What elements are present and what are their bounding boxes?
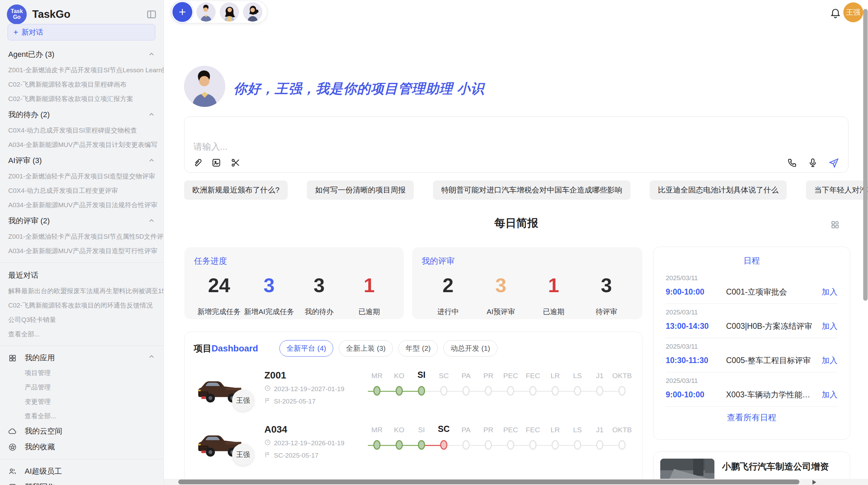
sidebar-section-header[interactable]: 我的评审 (2) (0, 212, 164, 229)
milestone-node[interactable] (440, 440, 447, 450)
sidebar-task-item[interactable]: C02-飞腾新能源轻客改款项目立项汇报方案 (0, 92, 164, 106)
sidebar-item-ai-super-staff[interactable]: AI超级员工 (0, 463, 164, 479)
milestone-label: J1 (596, 423, 603, 437)
chevron-up-icon[interactable] (148, 217, 155, 225)
dashboard-tab[interactable]: 动总开发 (1) (443, 340, 497, 357)
suggestion-chip[interactable]: 当下年轻人对汽车外观有怎样的喜好趋势 (806, 181, 868, 200)
project-row[interactable]: 王强A0342023-12-19~2026-01-19SC-2025-05-17… (185, 416, 642, 468)
new-session-button[interactable] (172, 2, 192, 22)
milestone-node[interactable] (596, 440, 603, 450)
milestone-node[interactable] (529, 440, 537, 450)
milestone-node[interactable] (418, 440, 425, 450)
app-sub-item[interactable]: 产品管理 (0, 380, 164, 395)
agent-avatar-3[interactable] (243, 2, 262, 22)
milestone-node[interactable] (552, 386, 559, 396)
milestone-node[interactable] (485, 440, 492, 450)
milestone-label: FEC (526, 423, 540, 437)
milestone-node[interactable] (418, 386, 425, 396)
send-icon[interactable] (828, 157, 839, 168)
scroll-right-indicator[interactable] (812, 480, 816, 485)
join-link[interactable]: 加入 (822, 287, 837, 297)
milestone-node[interactable] (529, 386, 537, 396)
chevron-up-icon[interactable] (148, 51, 155, 58)
agent-avatar-1[interactable] (196, 2, 216, 22)
suggestion-chips: 欧洲新规最近颁布了什么?如何写一份清晰的项目周报特朗普可能对进口汽车增税会对中国… (184, 181, 868, 200)
milestone-node[interactable] (552, 440, 559, 450)
milestone-node[interactable] (596, 386, 603, 396)
project-owner-avatar[interactable]: 王强 (232, 389, 254, 411)
sidebar-item-help-write[interactable]: 帮我写作 (0, 479, 164, 485)
milestone-node[interactable] (574, 440, 581, 450)
join-link[interactable]: 加入 (822, 389, 837, 400)
suggestion-chip[interactable]: 比亚迪全固态电池计划具体说了什么 (650, 181, 787, 200)
join-link[interactable]: 加入 (822, 321, 837, 332)
divider (0, 459, 164, 459)
recent-chat-item[interactable]: C02-飞腾新能源轻客改款项目的闭环通告反馈情况 (0, 298, 164, 313)
agent-avatar-2[interactable] (220, 2, 239, 22)
notifications-bell-icon[interactable] (830, 7, 841, 20)
sidebar-task-item[interactable]: Z001-全新燃油皮卡产品开发项目SI节点Lesson Learn报告 (0, 63, 164, 77)
milestone-node[interactable] (373, 440, 381, 450)
image-upload-icon[interactable] (211, 158, 221, 168)
suggestion-chip[interactable]: 特朗普可能对进口汽车增税会对中国车企造成哪些影响 (433, 181, 630, 200)
microphone-icon[interactable] (808, 158, 818, 168)
horizontal-scrollbar-thumb[interactable] (178, 480, 799, 484)
milestone-node[interactable] (396, 386, 403, 396)
milestone-node[interactable] (373, 386, 381, 396)
sidebar-collapse-icon[interactable] (146, 9, 157, 20)
recent-chats-header[interactable]: 最近对话 (0, 267, 164, 284)
milestone-node[interactable] (507, 386, 514, 396)
milestone-node[interactable] (618, 386, 626, 396)
sidebar-task-item[interactable]: Z001-全新燃油轻卡产品开发项目SI造型提交物评审 (0, 169, 164, 184)
user-avatar[interactable]: 王强 (843, 2, 863, 22)
chevron-up-icon[interactable] (148, 111, 155, 119)
view-all-schedule-link[interactable]: 查看所有日程 (666, 406, 837, 428)
sidebar-task-item[interactable]: C0X4-动力总成开发项目SI里程碑提交物检查 (0, 123, 164, 138)
milestone-node[interactable] (574, 386, 581, 396)
milestone-node[interactable] (618, 440, 626, 450)
milestone-node[interactable] (440, 386, 447, 396)
suggestion-chip[interactable]: 如何写一份清晰的项目周报 (307, 181, 414, 200)
project-owner-avatar[interactable]: 王强 (232, 444, 254, 465)
vertical-scrollbar[interactable] (863, 9, 868, 301)
chevron-up-icon[interactable] (148, 353, 155, 363)
sidebar-section-header[interactable]: AI评审 (3) (0, 152, 164, 169)
sidebar-item-favorites[interactable]: 我的收藏 (0, 439, 164, 455)
sidebar-task-item[interactable]: Z001-全新燃油轻卡产品开发项目SI节点属性5D文件评审 (0, 229, 164, 244)
sidebar-task-item[interactable]: C02-飞腾新能源轻客改款项目里程碑画布 (0, 77, 164, 92)
app-sub-item[interactable]: 项目管理 (0, 366, 164, 380)
app-logo: Task Go (7, 4, 27, 24)
sidebar-task-item[interactable]: A034-全新新能源MUV产品开发项目计划变更表编写 (0, 138, 164, 152)
scissors-icon[interactable] (230, 158, 241, 168)
project-date-range: 2023-12-19~2026-01-19 (274, 439, 344, 447)
milestone-node[interactable] (485, 386, 492, 396)
voice-call-icon[interactable] (787, 158, 797, 168)
recent-chat-item[interactable]: 查看全部... (0, 327, 164, 341)
sidebar-section-header[interactable]: Agent已办 (3) (0, 46, 164, 63)
app-sub-item[interactable]: 变更管理 (0, 395, 164, 409)
sidebar-task-item[interactable]: C0X4-动力总成开发项目工程变更评审 (0, 184, 164, 198)
suggestion-chip[interactable]: 欧洲新规最近颁布了什么? (184, 181, 288, 200)
sidebar-task-item[interactable]: A034-全新新能源MUV产品开发项目法规符合性评审 (0, 198, 164, 212)
sidebar-item-cloud-space[interactable]: 我的云空间 (0, 423, 164, 439)
dashboard-tab[interactable]: 全新平台 (4) (279, 340, 334, 357)
dashboard-tab[interactable]: 全新上装 (3) (339, 340, 393, 357)
attachment-icon[interactable] (192, 158, 202, 168)
recent-chat-item[interactable]: 公司Q3轻卡销量 (0, 313, 164, 327)
milestone-node[interactable] (462, 440, 470, 450)
join-link[interactable]: 加入 (822, 355, 837, 366)
project-row[interactable]: 王强Z0012023-12-19~2027-01-19SI-2025-05-17… (185, 362, 642, 413)
milestone-node[interactable] (396, 440, 403, 450)
new-chat-button[interactable]: + 新对话 (8, 24, 155, 40)
layout-grid-icon[interactable] (830, 220, 840, 231)
chevron-up-icon[interactable] (148, 157, 155, 164)
sidebar-item-my-apps[interactable]: 我的应用 (0, 350, 164, 366)
milestone-node[interactable] (507, 440, 514, 450)
sidebar-section-header[interactable]: 我的待办 (2) (0, 106, 164, 123)
milestone-node[interactable] (462, 386, 470, 396)
sidebar-task-item[interactable]: A034-全新新能源MUV产品开发项目造型可行性评审 (0, 244, 164, 258)
recent-chat-item[interactable]: 解释最新出台的欧盟报废车法规再生塑料比例被调至15%... (0, 284, 164, 298)
project-dates: 2023-12-19~2026-01-19 (264, 439, 347, 447)
dashboard-tab[interactable]: 年型 (2) (398, 340, 438, 357)
app-sub-item[interactable]: 查看全部... (0, 409, 164, 423)
